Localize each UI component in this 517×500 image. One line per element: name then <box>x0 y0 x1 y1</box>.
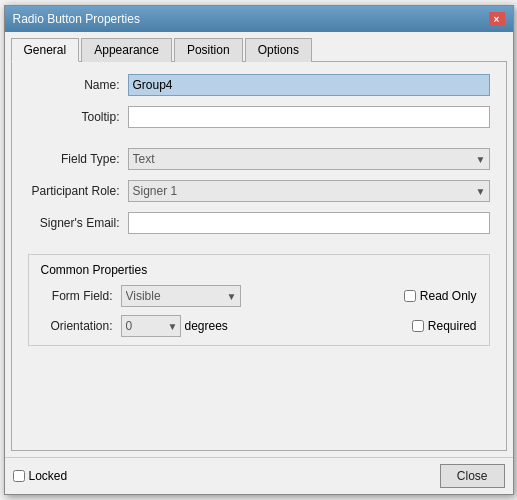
read-only-label: Read Only <box>420 289 477 303</box>
title-bar: Radio Button Properties × <box>5 6 513 32</box>
field-type-select[interactable]: Text <box>128 148 490 170</box>
tab-appearance[interactable]: Appearance <box>81 38 172 62</box>
dialog-footer: Locked Close <box>5 457 513 494</box>
signers-email-label: Signer's Email: <box>28 216 128 230</box>
locked-checkbox[interactable] <box>13 470 25 482</box>
locked-label: Locked <box>29 469 68 483</box>
locked-checkbox-label[interactable]: Locked <box>13 469 68 483</box>
degrees-label: degrees <box>185 319 228 333</box>
tab-position[interactable]: Position <box>174 38 243 62</box>
tab-general[interactable]: General <box>11 38 80 62</box>
tooltip-row: Tooltip: <box>28 106 490 128</box>
dialog-body: General Appearance Position Options Name… <box>5 32 513 457</box>
signers-email-input[interactable] <box>128 212 490 234</box>
tab-options[interactable]: Options <box>245 38 312 62</box>
field-type-label: Field Type: <box>28 152 128 166</box>
common-properties-title: Common Properties <box>41 263 477 277</box>
read-only-checkbox-label[interactable]: Read Only <box>404 289 477 303</box>
participant-role-label: Participant Role: <box>28 184 128 198</box>
field-type-select-wrapper: Text ▼ <box>128 148 490 170</box>
participant-role-select-wrapper: Signer 1 ▼ <box>128 180 490 202</box>
orientation-label: Orientation: <box>41 319 121 333</box>
orientation-select[interactable]: 0 <box>121 315 181 337</box>
form-field-select[interactable]: Visible <box>121 285 241 307</box>
common-properties-section: Common Properties Form Field: Visible ▼ … <box>28 254 490 346</box>
tooltip-label: Tooltip: <box>28 110 128 124</box>
close-button[interactable]: Close <box>440 464 505 488</box>
participant-role-row: Participant Role: Signer 1 ▼ <box>28 180 490 202</box>
dialog-title: Radio Button Properties <box>13 12 140 26</box>
required-checkbox[interactable] <box>412 320 424 332</box>
tabs-container: General Appearance Position Options <box>11 38 507 62</box>
name-label: Name: <box>28 78 128 92</box>
orientation-select-wrapper: 0 ▼ <box>121 315 181 337</box>
required-checkbox-label[interactable]: Required <box>412 319 477 333</box>
dialog-container: Radio Button Properties × General Appear… <box>4 5 514 495</box>
signers-email-row: Signer's Email: <box>28 212 490 234</box>
form-field-select-wrapper: Visible ▼ <box>121 285 241 307</box>
name-input[interactable] <box>128 74 490 96</box>
participant-role-select[interactable]: Signer 1 <box>128 180 490 202</box>
read-only-checkbox[interactable] <box>404 290 416 302</box>
tooltip-input[interactable] <box>128 106 490 128</box>
title-close-button[interactable]: × <box>489 12 505 26</box>
name-row: Name: <box>28 74 490 96</box>
field-type-row: Field Type: Text ▼ <box>28 148 490 170</box>
required-label: Required <box>428 319 477 333</box>
form-field-label: Form Field: <box>41 289 121 303</box>
tab-content-general: Name: Tooltip: Field Type: Text ▼ <box>11 62 507 451</box>
